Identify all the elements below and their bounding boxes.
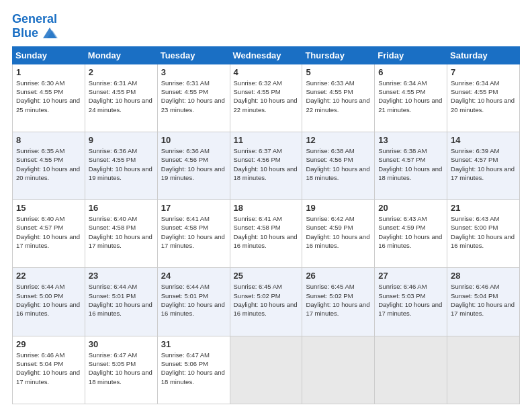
- calendar-day-cell: 11Sunrise: 6:37 AMSunset: 4:56 PMDayligh…: [230, 132, 302, 199]
- header: General Blue: [12, 12, 520, 41]
- day-info: Sunrise: 6:39 AMSunset: 4:57 PMDaylight:…: [451, 147, 515, 181]
- day-number: 30: [89, 339, 154, 349]
- day-info: Sunrise: 6:31 AMSunset: 4:55 PMDaylight:…: [161, 79, 225, 113]
- calendar-day-cell: 28Sunrise: 6:46 AMSunset: 5:04 PMDayligh…: [447, 268, 520, 336]
- calendar-day-cell: 6Sunrise: 6:34 AMSunset: 4:55 PMDaylight…: [375, 64, 447, 132]
- day-number: 6: [378, 67, 443, 77]
- calendar-day-cell: 23Sunrise: 6:44 AMSunset: 5:01 PMDayligh…: [85, 268, 157, 336]
- calendar-day-cell: 29Sunrise: 6:46 AMSunset: 5:04 PMDayligh…: [13, 336, 85, 404]
- day-info: Sunrise: 6:36 AMSunset: 4:56 PMDaylight:…: [161, 147, 225, 181]
- day-number: 9: [89, 135, 154, 145]
- calendar-day-cell: 30Sunrise: 6:47 AMSunset: 5:05 PMDayligh…: [85, 336, 157, 404]
- day-info: Sunrise: 6:41 AMSunset: 4:58 PMDaylight:…: [161, 215, 225, 249]
- calendar-day-cell: 20Sunrise: 6:43 AMSunset: 4:59 PMDayligh…: [375, 200, 447, 268]
- calendar-day-cell: 9Sunrise: 6:36 AMSunset: 4:55 PMDaylight…: [85, 132, 157, 199]
- day-number: 10: [161, 135, 226, 145]
- calendar-day-cell: 21Sunrise: 6:43 AMSunset: 5:00 PMDayligh…: [447, 200, 520, 268]
- day-number: 15: [16, 203, 81, 213]
- day-number: 19: [306, 203, 371, 213]
- calendar-week-row: 29Sunrise: 6:46 AMSunset: 5:04 PMDayligh…: [13, 336, 520, 404]
- day-info: Sunrise: 6:44 AMSunset: 5:00 PMDaylight:…: [16, 283, 80, 317]
- calendar-day-cell: 25Sunrise: 6:45 AMSunset: 5:02 PMDayligh…: [230, 268, 302, 336]
- day-info: Sunrise: 6:47 AMSunset: 5:05 PMDaylight:…: [89, 351, 152, 385]
- day-info: Sunrise: 6:44 AMSunset: 5:01 PMDaylight:…: [89, 283, 152, 317]
- calendar-day-cell: 12Sunrise: 6:38 AMSunset: 4:56 PMDayligh…: [302, 132, 375, 199]
- calendar-header-cell: Wednesday: [230, 46, 302, 64]
- day-info: Sunrise: 6:34 AMSunset: 4:55 PMDaylight:…: [451, 79, 515, 113]
- day-info: Sunrise: 6:44 AMSunset: 5:01 PMDaylight:…: [161, 283, 225, 317]
- calendar-day-cell: 24Sunrise: 6:44 AMSunset: 5:01 PMDayligh…: [157, 268, 230, 336]
- calendar-day-cell: 13Sunrise: 6:38 AMSunset: 4:57 PMDayligh…: [375, 132, 447, 199]
- day-info: Sunrise: 6:34 AMSunset: 4:55 PMDaylight:…: [378, 79, 442, 113]
- day-info: Sunrise: 6:30 AMSunset: 4:55 PMDaylight:…: [16, 79, 80, 113]
- calendar-day-cell: 27Sunrise: 6:46 AMSunset: 5:03 PMDayligh…: [375, 268, 447, 336]
- calendar-day-cell: 3Sunrise: 6:31 AMSunset: 4:55 PMDaylight…: [157, 64, 230, 132]
- calendar-day-cell: 26Sunrise: 6:45 AMSunset: 5:02 PMDayligh…: [302, 268, 375, 336]
- calendar-day-cell: 8Sunrise: 6:35 AMSunset: 4:55 PMDaylight…: [13, 132, 85, 199]
- calendar-header-cell: Monday: [85, 46, 157, 64]
- calendar-day-cell: 15Sunrise: 6:40 AMSunset: 4:57 PMDayligh…: [13, 200, 85, 268]
- calendar-day-cell: 14Sunrise: 6:39 AMSunset: 4:57 PMDayligh…: [447, 132, 520, 199]
- day-number: 7: [451, 67, 516, 77]
- calendar-header-cell: Sunday: [13, 46, 85, 64]
- calendar-header-cell: Friday: [375, 46, 447, 64]
- day-number: 26: [306, 271, 371, 281]
- calendar-day-cell: 5Sunrise: 6:33 AMSunset: 4:55 PMDaylight…: [302, 64, 375, 132]
- logo-blue: Blue: [12, 26, 38, 40]
- calendar-header-cell: Tuesday: [157, 46, 230, 64]
- day-info: Sunrise: 6:35 AMSunset: 4:55 PMDaylight:…: [16, 147, 80, 181]
- day-number: 20: [378, 203, 443, 213]
- calendar-week-row: 15Sunrise: 6:40 AMSunset: 4:57 PMDayligh…: [13, 200, 520, 268]
- day-info: Sunrise: 6:38 AMSunset: 4:56 PMDaylight:…: [306, 147, 369, 181]
- day-info: Sunrise: 6:32 AMSunset: 4:55 PMDaylight:…: [234, 79, 298, 113]
- day-number: 21: [451, 203, 516, 213]
- calendar-week-row: 8Sunrise: 6:35 AMSunset: 4:55 PMDaylight…: [13, 132, 520, 199]
- page: General Blue SundayMondayTuesdayWednesda…: [0, 0, 532, 411]
- day-number: 17: [161, 203, 226, 213]
- day-number: 2: [89, 67, 154, 77]
- calendar-day-cell: 17Sunrise: 6:41 AMSunset: 4:58 PMDayligh…: [157, 200, 230, 268]
- calendar-header-cell: Thursday: [302, 46, 375, 64]
- day-info: Sunrise: 6:38 AMSunset: 4:57 PMDaylight:…: [378, 147, 442, 181]
- day-info: Sunrise: 6:46 AMSunset: 5:04 PMDaylight:…: [16, 351, 80, 385]
- day-info: Sunrise: 6:46 AMSunset: 5:04 PMDaylight:…: [451, 283, 515, 317]
- calendar-day-cell: [230, 336, 302, 404]
- calendar-header-cell: Saturday: [447, 46, 520, 64]
- day-number: 14: [451, 135, 516, 145]
- day-number: 3: [161, 67, 226, 77]
- calendar-day-cell: 4Sunrise: 6:32 AMSunset: 4:55 PMDaylight…: [230, 64, 302, 132]
- calendar-day-cell: 31Sunrise: 6:47 AMSunset: 5:06 PMDayligh…: [157, 336, 230, 404]
- calendar-day-cell: 18Sunrise: 6:41 AMSunset: 4:58 PMDayligh…: [230, 200, 302, 268]
- day-number: 29: [16, 339, 81, 349]
- day-info: Sunrise: 6:33 AMSunset: 4:55 PMDaylight:…: [306, 79, 369, 113]
- calendar-day-cell: 19Sunrise: 6:42 AMSunset: 4:59 PMDayligh…: [302, 200, 375, 268]
- calendar-table: SundayMondayTuesdayWednesdayThursdayFrid…: [12, 46, 520, 404]
- calendar-day-cell: [447, 336, 520, 404]
- day-number: 31: [161, 339, 226, 349]
- day-number: 1: [16, 67, 81, 77]
- day-info: Sunrise: 6:36 AMSunset: 4:55 PMDaylight:…: [89, 147, 152, 181]
- day-info: Sunrise: 6:40 AMSunset: 4:57 PMDaylight:…: [16, 215, 80, 249]
- calendar-day-cell: 1Sunrise: 6:30 AMSunset: 4:55 PMDaylight…: [13, 64, 85, 132]
- day-number: 8: [16, 135, 81, 145]
- logo: General Blue: [12, 12, 59, 41]
- logo-general: General: [12, 12, 57, 26]
- day-number: 27: [378, 271, 443, 281]
- day-number: 24: [161, 271, 226, 281]
- day-number: 18: [234, 203, 299, 213]
- day-number: 11: [234, 135, 299, 145]
- day-info: Sunrise: 6:37 AMSunset: 4:56 PMDaylight:…: [234, 147, 298, 181]
- calendar-day-cell: 7Sunrise: 6:34 AMSunset: 4:55 PMDaylight…: [447, 64, 520, 132]
- calendar-day-cell: [375, 336, 447, 404]
- day-number: 23: [89, 271, 154, 281]
- calendar-day-cell: 16Sunrise: 6:40 AMSunset: 4:58 PMDayligh…: [85, 200, 157, 268]
- day-info: Sunrise: 6:42 AMSunset: 4:59 PMDaylight:…: [306, 215, 369, 249]
- day-info: Sunrise: 6:43 AMSunset: 4:59 PMDaylight:…: [378, 215, 442, 249]
- logo-icon: [40, 26, 59, 41]
- day-number: 16: [89, 203, 154, 213]
- day-number: 5: [306, 67, 371, 77]
- calendar-header-row: SundayMondayTuesdayWednesdayThursdayFrid…: [13, 46, 520, 64]
- day-number: 4: [234, 67, 299, 77]
- calendar-day-cell: 2Sunrise: 6:31 AMSunset: 4:55 PMDaylight…: [85, 64, 157, 132]
- day-info: Sunrise: 6:47 AMSunset: 5:06 PMDaylight:…: [161, 351, 225, 385]
